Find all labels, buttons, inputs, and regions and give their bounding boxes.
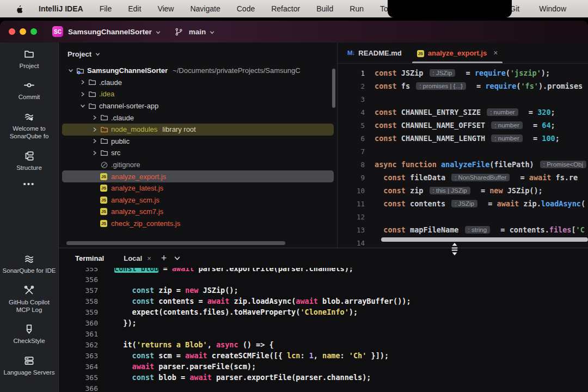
close-icon[interactable]: × xyxy=(147,254,151,262)
project-name[interactable]: SamsungChannelSorter xyxy=(68,28,152,36)
tree-row-idea[interactable]: .idea xyxy=(62,88,334,100)
menu-item-view[interactable]: View xyxy=(157,4,174,13)
code-token: mapFileName xyxy=(410,225,463,234)
code-token: ( xyxy=(506,69,510,77)
chevron-right-icon[interactable] xyxy=(89,115,100,120)
stripe-item-more-icon[interactable]: ••• xyxy=(0,182,58,186)
line-number: 357 xyxy=(59,286,98,295)
terminal-output[interactable]: 355const blob = await parser.exportFile(… xyxy=(59,268,588,392)
javascript-file-icon: JS xyxy=(100,173,111,180)
menu-item-edit[interactable]: Edit xyxy=(128,4,141,13)
code-token: const xyxy=(375,121,401,130)
close-window-button[interactable] xyxy=(9,28,15,35)
menu-item-navigate[interactable]: Navigate xyxy=(190,4,220,13)
stripe-item-project[interactable]: Project xyxy=(0,49,58,70)
tree-row-channel-sorter-app[interactable]: channel-sorter-app xyxy=(62,100,334,112)
code-token: parser.parseFile(scm); xyxy=(154,362,256,371)
stripe-item-github-copilot-mcp-log[interactable]: GitHub Copilot MCP Log xyxy=(0,285,58,314)
zoom-window-button[interactable] xyxy=(30,28,37,35)
terminal-tool-window: Terminal Local × + 355const blob = await… xyxy=(59,248,588,392)
menu-item-run[interactable]: Run xyxy=(350,4,364,13)
new-terminal-button[interactable]: + xyxy=(161,253,167,264)
editor-code-area[interactable]: 1const JSZip : JSZip = require('jszip');… xyxy=(338,64,588,248)
editor-tab-analyze-export-js[interactable]: JSanalyze_export.js× xyxy=(409,42,506,63)
folder-icon xyxy=(88,102,99,110)
chevron-down-icon[interactable] xyxy=(77,103,88,109)
chevron-down-icon[interactable] xyxy=(156,30,161,35)
tree-row-check-zip-contents-js[interactable]: JScheck_zip_contents.js xyxy=(62,218,334,230)
chevron-right-icon[interactable] xyxy=(77,79,88,85)
stripe-item-commit[interactable]: Commit xyxy=(0,80,58,101)
chevron-down-icon[interactable] xyxy=(174,255,180,261)
editor-line-4[interactable]: 4const CHANNEL_ENTRY_SIZE : number = 320… xyxy=(338,106,588,119)
stripe-item-language-servers[interactable]: Language Servers xyxy=(0,356,58,376)
editor-line-5[interactable]: 5const CHANNEL_NAME_OFFSET : number = 64… xyxy=(338,119,588,132)
chevron-right-icon[interactable] xyxy=(89,127,100,132)
tree-row-node-modules[interactable]: node_moduleslibrary root xyxy=(62,124,334,136)
stripe-item-sonarqube-for-ide[interactable]: SonarQube for IDE xyxy=(0,254,58,274)
menu-item-build[interactable]: Build xyxy=(316,4,333,13)
code-token: JSZip(); xyxy=(507,186,543,195)
terminal-title[interactable]: Terminal xyxy=(75,254,104,262)
code-token: [ xyxy=(571,225,575,234)
editor-horizontal-scrollbar[interactable] xyxy=(381,237,588,242)
code-token: = xyxy=(479,199,497,208)
stripe-item-label: GitHub Copilot MCP Log xyxy=(0,298,58,314)
tree-row-analyze-scm-js[interactable]: JSanalyze_scm.js xyxy=(62,194,334,206)
terminal-line-357: 357 const zip = new JSZip(); xyxy=(59,285,588,296)
menu-item-file[interactable]: File xyxy=(100,4,112,13)
tree-row-claude[interactable]: .claude xyxy=(62,77,334,89)
stripe-item-label: Language Servers xyxy=(2,369,57,376)
code-token: ); xyxy=(349,308,358,316)
tree-row-claude[interactable]: .claude xyxy=(62,112,334,124)
close-icon[interactable]: × xyxy=(493,48,498,57)
apple-icon[interactable] xyxy=(14,4,22,14)
folder-project-icon xyxy=(76,67,87,75)
tree-row-gitignore[interactable]: .gitignore xyxy=(62,159,334,171)
stripe-item-structure[interactable]: Structure xyxy=(0,151,58,171)
folder-orange-icon xyxy=(100,126,111,133)
editor-line-10[interactable]: 10 const zip : this | JSZip = new JSZip(… xyxy=(338,184,588,197)
editor-line-1[interactable]: 1const JSZip : JSZip = require('jszip'); xyxy=(338,66,588,79)
editor-line-12[interactable]: 12 xyxy=(338,210,588,223)
tree-row-analyze-scm7-js[interactable]: JSanalyze_scm7.js xyxy=(62,206,334,218)
tree-row-samsungchannelsorter[interactable]: SamsungChannelSorter~/Documents/privateP… xyxy=(62,65,334,77)
editor-line-3[interactable]: 3 xyxy=(338,93,588,106)
chevron-right-icon[interactable] xyxy=(77,91,88,97)
project-panel-header[interactable]: Project xyxy=(59,48,337,65)
code-token: ( xyxy=(516,82,520,90)
code-token: = xyxy=(524,121,542,130)
chevron-down-icon[interactable] xyxy=(65,68,76,74)
chevron-right-icon[interactable] xyxy=(89,138,100,144)
editor-line-7[interactable]: 7 xyxy=(338,145,588,158)
tree-item-name: SamsungChannelSorter xyxy=(87,66,168,75)
project-horizontal-scrollbar[interactable] xyxy=(66,241,285,245)
editor-line-13[interactable]: 13 const mapFileName : string = contents… xyxy=(338,223,588,236)
tree-row-src[interactable]: src xyxy=(62,147,334,159)
tree-row-public[interactable]: public xyxy=(62,136,334,148)
tree-row-analyze-export-js[interactable]: JSanalyze_export.js xyxy=(62,170,334,182)
editor-line-11[interactable]: 11 const contents : JSZip = await zip.lo… xyxy=(338,197,588,210)
type-inlay-hint: : JSZip xyxy=(451,200,477,207)
editor-line-9[interactable]: 9 const fileData : NonSharedBuffer = awa… xyxy=(338,171,588,184)
editor-line-2[interactable]: 2const fs : promises | {...} = require('… xyxy=(338,79,588,93)
editor-line-8[interactable]: 8async function analyzeFile(filePath) : … xyxy=(338,158,588,171)
minimize-window-button[interactable] xyxy=(20,28,26,35)
chevron-right-icon[interactable] xyxy=(89,150,100,156)
tree-row-analyze-latest-js[interactable]: JSanalyze_latest.js xyxy=(62,182,334,194)
stripe-item-welcome-to-sonarqube-fo[interactable]: Welcome to SonarQube fo xyxy=(0,112,58,140)
project-vertical-scrollbar[interactable] xyxy=(332,69,335,108)
menu-item-refactor[interactable]: Refactor xyxy=(271,4,300,13)
branch-name[interactable]: main xyxy=(189,28,206,36)
chevron-down-icon[interactable] xyxy=(210,30,215,35)
menu-item-window[interactable]: Window xyxy=(539,4,566,13)
stripe-item-checkstyle[interactable]: CheckStyle xyxy=(0,324,58,345)
code-token: createSCMFile([{ xyxy=(207,351,287,360)
code-token: const xyxy=(375,108,401,117)
menu-item-code[interactable]: Code xyxy=(237,4,255,13)
splitter-resize-handle[interactable] xyxy=(450,242,459,256)
editor-line-6[interactable]: 6const CHANNEL_NAME_LENGTH : number = 10… xyxy=(338,132,588,145)
menu-item-intellij-idea[interactable]: IntelliJ IDEA xyxy=(39,4,83,13)
editor-tab-readme-md[interactable]: M↓README.md xyxy=(340,42,409,63)
terminal-tab-local[interactable]: Local × xyxy=(124,254,151,262)
